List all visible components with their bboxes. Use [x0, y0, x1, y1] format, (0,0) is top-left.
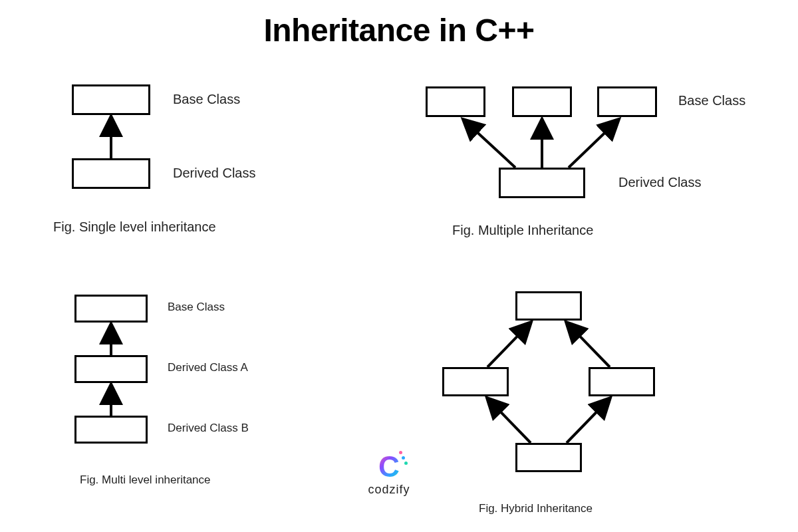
hybrid-bottom-box	[515, 443, 582, 472]
svg-line-3	[569, 120, 618, 168]
multiple-base-box-3	[597, 86, 657, 117]
multilevel-base-label: Base Class	[168, 301, 225, 314]
page-title: Inheritance in C++	[0, 12, 798, 49]
single-derived-label: Derived Class	[173, 166, 255, 181]
single-base-box	[72, 84, 150, 115]
svg-line-1	[464, 120, 515, 168]
single-base-label: Base Class	[173, 92, 240, 107]
brand-name: codzify	[359, 483, 419, 497]
single-derived-box	[72, 158, 150, 189]
multiple-derived-label: Derived Class	[618, 175, 701, 190]
multilevel-derived-b-label: Derived Class B	[168, 422, 249, 435]
hybrid-top-box	[515, 291, 582, 321]
hybrid-right-box	[589, 367, 655, 396]
multiple-caption: Fig. Multiple Inheritance	[452, 223, 593, 238]
multiple-base-box-1	[426, 86, 485, 117]
hybrid-caption: Fig. Hybrid Inheritance	[479, 502, 593, 515]
hybrid-left-box	[442, 367, 509, 396]
brand-logo-glyph: C	[378, 452, 400, 481]
multiple-derived-box	[499, 168, 585, 198]
single-caption: Fig. Single level inheritance	[53, 219, 216, 235]
multilevel-derived-a-label: Derived Class A	[168, 361, 248, 374]
svg-line-9	[567, 398, 610, 443]
multilevel-derived-b-box	[74, 416, 148, 444]
multilevel-base-box	[74, 295, 148, 323]
brand-logo: C codzify	[359, 452, 419, 497]
multilevel-caption: Fig. Multi level inheritance	[80, 473, 211, 487]
multiple-base-label: Base Class	[678, 93, 745, 108]
multilevel-derived-a-box	[74, 355, 148, 383]
svg-line-8	[487, 398, 531, 443]
svg-line-6	[487, 323, 531, 367]
multiple-base-box-2	[512, 86, 572, 117]
svg-line-7	[567, 323, 610, 367]
